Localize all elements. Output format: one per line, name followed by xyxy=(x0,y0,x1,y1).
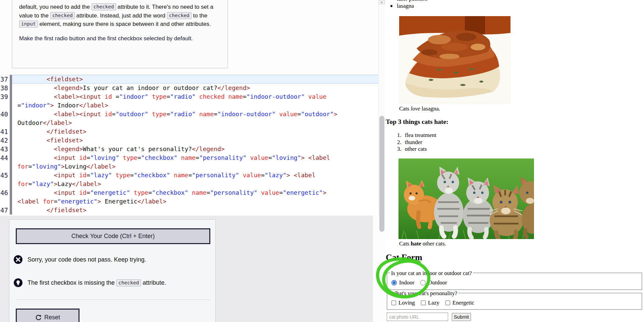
code-text: <label><input id ="indoor" type="radio" … xyxy=(12,92,378,101)
check-code-button[interactable]: Check Your Code (Ctrl + Enter) xyxy=(16,228,210,244)
code-text: for="loving">Loving</label> xyxy=(12,162,378,171)
code-text: for="lazy">Lazy</label> xyxy=(12,180,378,188)
inline-code-chip: input xyxy=(19,20,38,28)
gutter-bar xyxy=(10,162,12,171)
code-text: <legend>What's your cat's personality?</… xyxy=(12,145,378,153)
code-text: Outdoor</label> xyxy=(12,119,378,127)
line-number xyxy=(0,119,8,127)
option-label[interactable]: Indoor xyxy=(399,279,414,286)
kittens-image xyxy=(398,158,534,239)
indoor-radio[interactable] xyxy=(391,280,397,285)
code-text: <input id="energetic" type="checkbox" na… xyxy=(12,188,378,197)
test-fail-text: Sorry, your code does not pass. Keep try… xyxy=(28,256,146,263)
gutter-bar xyxy=(10,75,12,84)
code-line[interactable]: <label for="energetic"> Energetic</label… xyxy=(0,197,378,206)
cat-form-title: Cat Form xyxy=(386,252,422,263)
line-number: 43 xyxy=(0,145,8,153)
option-label[interactable]: Energetic xyxy=(452,300,474,306)
reset-label: Reset xyxy=(44,314,60,321)
list-item: flea treatment xyxy=(386,132,436,139)
code-line[interactable]: for="lazy">Lazy</label> xyxy=(0,180,378,188)
fcc-lesson-window: default, you need to add the checked att… xyxy=(0,0,644,322)
code-line[interactable]: 38 <legend>Is your cat an indoor or outd… xyxy=(0,84,378,92)
instruction-task: Make the first radio button and the firs… xyxy=(19,34,222,43)
personality-fieldset: What's your cat's personality? LovingLaz… xyxy=(387,293,642,310)
code-line[interactable]: 46 <input id="energetic" type="checkbox"… xyxy=(0,188,378,197)
code-text: <input id="loving" type="checkbox" name=… xyxy=(12,153,378,162)
code-text: <fieldset> xyxy=(12,136,378,145)
line-number xyxy=(0,197,8,206)
code-line[interactable]: 37 <fieldset> xyxy=(0,75,378,84)
line-number: 45 xyxy=(0,171,8,180)
energetic-checkbox[interactable] xyxy=(445,301,450,305)
line-number xyxy=(0,162,8,171)
option-label[interactable]: Lazy xyxy=(428,300,439,306)
gutter-bar xyxy=(10,197,12,206)
gutter-bar xyxy=(10,92,12,101)
code-line[interactable]: 41 </fieldset> xyxy=(0,127,378,136)
list-item: thunder xyxy=(386,139,436,146)
code-line[interactable]: 44 <input id="loving" type="checkbox" na… xyxy=(0,153,378,162)
code-text: <label for="energetic"> Energetic</label… xyxy=(12,197,378,206)
hate-heading: Top 3 things cats hate: xyxy=(386,118,448,126)
checkbox-options-row: LovingLazyEnergetic xyxy=(391,300,480,306)
kittens-caption: Cats hate other cats. xyxy=(399,240,446,247)
gutter-bar xyxy=(10,127,12,136)
gutter-bar xyxy=(10,119,12,127)
cats-hate-list: flea treatmentthunderother cats xyxy=(386,132,436,153)
loving-checkbox[interactable] xyxy=(391,301,396,305)
line-number: 40 xyxy=(0,110,8,119)
code-line[interactable]: 42 <fieldset> xyxy=(0,136,378,145)
editor-scrollbar-thumb[interactable] xyxy=(379,116,384,232)
line-number: 38 xyxy=(0,84,8,92)
line-number: 46 xyxy=(0,188,8,197)
line-number: 41 xyxy=(0,127,8,136)
caption-emphasis: love xyxy=(411,105,420,112)
instruction-text: default, you need to add the checked att… xyxy=(19,3,222,43)
indoor-outdoor-fieldset: Is your cat an indoor or outdoor cat? In… xyxy=(387,273,642,290)
code-text: <legend>Is your cat an indoor or outdoor… xyxy=(12,84,378,92)
line-number xyxy=(0,101,8,110)
code-line[interactable]: 47 </fieldset> xyxy=(0,206,378,215)
reset-button[interactable]: Reset xyxy=(16,309,79,322)
test-fail-message: Sorry, your code does not pass. Keep try… xyxy=(13,255,146,264)
lasagna-caption: Cats love lasagna. xyxy=(399,105,440,112)
code-line[interactable]: 40 <label><input id="outdoor" type="radi… xyxy=(0,110,378,119)
option-label[interactable]: Outdoor xyxy=(428,279,447,286)
code-line[interactable]: 45 <input id="lazy" type="checkbox" name… xyxy=(0,171,378,180)
scrollbar-up-arrow-icon[interactable]: ▲ xyxy=(378,0,385,4)
lightbulb-icon xyxy=(13,278,23,287)
preview-pane: laser pointerslasagna xyxy=(385,0,644,322)
code-line[interactable]: 43 <legend>What's your cat's personality… xyxy=(0,145,378,153)
code-line[interactable]: Outdoor</label> xyxy=(0,119,378,127)
list-item: lasagna xyxy=(386,2,427,9)
code-line[interactable]: ="indoor"> Indoor</label> xyxy=(0,101,378,110)
submit-button[interactable]: Submit xyxy=(452,313,471,321)
code-text: </fieldset> xyxy=(12,206,378,215)
personality-legend: What's your cat's personality? xyxy=(390,290,458,297)
cats-love-list: laser pointerslasagna xyxy=(386,0,427,9)
gutter-bar xyxy=(10,153,12,162)
code-line[interactable]: 39 <label><input id ="indoor" type="radi… xyxy=(0,92,378,101)
hint-message: The first checkbox is missing the checke… xyxy=(13,278,166,287)
line-number: 39 xyxy=(0,92,8,101)
code-line[interactable]: for="loving">Loving</label> xyxy=(0,162,378,171)
gutter-bar xyxy=(10,206,12,215)
gutter-bar xyxy=(10,101,12,110)
lasagna-image xyxy=(399,16,511,104)
outdoor-radio[interactable] xyxy=(420,280,426,285)
gutter-bar xyxy=(10,171,12,180)
option-label[interactable]: Loving xyxy=(398,300,415,306)
code-editor[interactable]: 37 <fieldset>38 <legend>Is your cat an i… xyxy=(0,75,378,216)
line-number xyxy=(0,180,8,188)
cat-photo-url-input[interactable] xyxy=(387,313,448,321)
reset-arrow-icon xyxy=(35,314,42,321)
code-text: <fieldset> xyxy=(12,75,378,84)
lazy-checkbox[interactable] xyxy=(421,301,426,305)
line-number: 42 xyxy=(0,136,8,145)
line-number: 37 xyxy=(0,75,8,84)
gutter-bar xyxy=(10,188,12,197)
console-divider xyxy=(16,300,211,300)
instruction-card: default, you need to add the checked att… xyxy=(12,0,228,68)
indoor-outdoor-legend: Is your cat an indoor or outdoor cat? xyxy=(390,270,473,277)
